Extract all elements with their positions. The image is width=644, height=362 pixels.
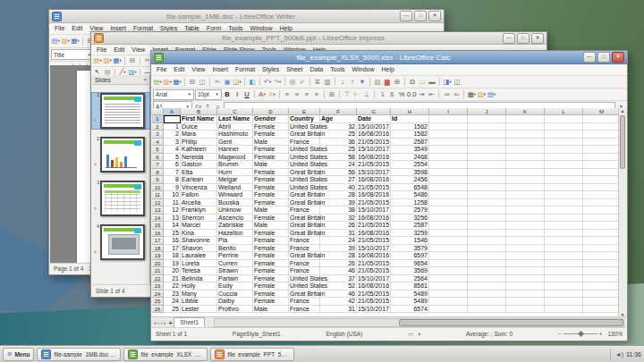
- cell-L22[interactable]: [545, 275, 583, 283]
- cell-M4[interactable]: [583, 139, 618, 147]
- column-header-B[interactable]: B: [181, 108, 217, 115]
- cell-C9[interactable]: Melgar: [217, 176, 253, 184]
- row-header-21[interactable]: 21: [152, 267, 164, 275]
- split-window-icon[interactable]: ◫: [453, 78, 462, 87]
- print-icon[interactable]: ⊟: [128, 56, 137, 65]
- open-icon[interactable]: ▨▾: [61, 37, 70, 46]
- cell-M7[interactable]: [583, 161, 618, 169]
- merge-cells-icon[interactable]: ⊞: [327, 90, 336, 99]
- cell-B13[interactable]: Franklyn: [181, 206, 217, 215]
- cell-E25[interactable]: France: [289, 298, 320, 306]
- cell-G2[interactable]: 15/10/2017: [357, 123, 391, 131]
- cell-M2[interactable]: [583, 123, 618, 131]
- cell-L10[interactable]: [545, 184, 583, 192]
- cell-E11[interactable]: Great Britain: [289, 191, 320, 199]
- cell-M20[interactable]: [583, 260, 618, 268]
- cell-G7[interactable]: 21/05/2015: [357, 161, 391, 169]
- cell-M23[interactable]: [583, 282, 618, 290]
- cell-F20[interactable]: 26: [320, 260, 357, 268]
- cell-A12[interactable]: 11: [164, 199, 181, 207]
- row-header-13[interactable]: 13: [152, 206, 164, 215]
- calc-titlebar[interactable]: file_example_XLSX_5000.xlsx - LibreOffic…: [151, 51, 627, 64]
- cell-G13[interactable]: 15/10/2017: [357, 206, 391, 215]
- task-button-writer[interactable]: file-sample_1MB.doc - ...: [37, 348, 121, 361]
- menu-file[interactable]: File: [153, 64, 170, 75]
- cell-I1[interactable]: [429, 115, 468, 123]
- page-style[interactable]: PageStyle_Sheet1: [233, 331, 281, 337]
- cell-K22[interactable]: [506, 275, 545, 283]
- cell-D10[interactable]: Female: [253, 184, 289, 192]
- cell-K26[interactable]: [506, 306, 545, 314]
- cell-M16[interactable]: [583, 230, 618, 238]
- cell-M8[interactable]: [583, 169, 618, 177]
- cell-A4[interactable]: 3: [164, 139, 181, 147]
- slide-thumbnail-1[interactable]: 1✦: [92, 93, 149, 129]
- comment-icon[interactable]: ▭: [418, 78, 427, 87]
- cell-I9[interactable]: [429, 176, 468, 184]
- cell-A19[interactable]: 18: [164, 252, 181, 260]
- cell-F5[interactable]: 25: [320, 146, 357, 154]
- cell-G9[interactable]: 16/08/2016: [357, 176, 391, 184]
- cell-F9[interactable]: 27: [320, 176, 357, 184]
- cell-E7[interactable]: United States: [289, 161, 320, 169]
- cell-I5[interactable]: [429, 146, 468, 154]
- undo-icon[interactable]: ↶▾: [263, 78, 272, 87]
- cell-C23[interactable]: Eudy: [217, 282, 253, 290]
- selection-mode-icon[interactable]: ▭: [408, 331, 413, 337]
- cell-K18[interactable]: [506, 245, 545, 253]
- cell-H6[interactable]: 2468: [391, 154, 429, 162]
- vertical-scrollbar[interactable]: ▲ ▼: [618, 108, 626, 317]
- cell-L24[interactable]: [545, 290, 583, 299]
- cell-D16[interactable]: Female: [253, 230, 289, 238]
- open-icon[interactable]: ▨▾: [103, 56, 112, 65]
- save-icon[interactable]: ▦▾: [113, 56, 122, 65]
- align-center-icon[interactable]: ≡: [292, 90, 301, 99]
- cell-D3[interactable]: Female: [253, 130, 289, 139]
- cell-H4[interactable]: 2587: [391, 139, 429, 147]
- cell-L19[interactable]: [545, 252, 583, 260]
- cell-A22[interactable]: 21: [164, 275, 181, 283]
- currency-icon[interactable]: $: [387, 90, 396, 99]
- minimize-button[interactable]: —: [583, 52, 596, 63]
- cell-B1[interactable]: First Name: [181, 115, 217, 123]
- cell-H21[interactable]: 3569: [391, 267, 429, 275]
- cell-F11[interactable]: 28: [320, 191, 357, 199]
- cell-style-icon[interactable]: ▤▾: [487, 90, 496, 99]
- cell-E2[interactable]: United States: [289, 123, 320, 131]
- slide-thumbnail-3[interactable]: 3✦: [92, 181, 149, 216]
- cell-C10[interactable]: Weiland: [217, 184, 253, 192]
- menu-file[interactable]: File: [93, 45, 110, 55]
- cell-D24[interactable]: Female: [253, 290, 289, 299]
- insert-chart-icon[interactable]: ▆: [383, 78, 392, 87]
- cell-K11[interactable]: [506, 191, 545, 199]
- cell-J21[interactable]: [468, 267, 506, 275]
- menu-help[interactable]: Help: [377, 64, 397, 75]
- font-size-combo[interactable]: 10pt ▼: [195, 89, 222, 100]
- freeze-panes-icon[interactable]: ◨▾: [443, 78, 452, 87]
- cell-J13[interactable]: [468, 206, 506, 215]
- writer-titlebar[interactable]: file-sample_1MB.doc - LibreOffice Writer…: [49, 10, 444, 23]
- cell-I20[interactable]: [429, 260, 468, 268]
- cell-M6[interactable]: [583, 154, 618, 162]
- cell-I14[interactable]: [429, 215, 468, 223]
- cell-C14[interactable]: Ascencio: [217, 215, 253, 223]
- new-icon[interactable]: ▤▾: [93, 56, 102, 65]
- cell-C26[interactable]: Prothro: [217, 306, 253, 314]
- cell-E20[interactable]: France: [289, 260, 320, 268]
- cell-H7[interactable]: 2554: [391, 161, 429, 169]
- cell-F8[interactable]: 56: [320, 169, 357, 177]
- cell-F26[interactable]: 31: [320, 306, 357, 314]
- cell-E19[interactable]: Great Britain: [289, 252, 320, 260]
- cell-G23[interactable]: 16/08/2016: [357, 282, 391, 290]
- cell-A3[interactable]: 2: [164, 130, 181, 139]
- cell-G12[interactable]: 21/05/2015: [357, 199, 391, 207]
- cell-F15[interactable]: 26: [320, 222, 357, 230]
- cell-L5[interactable]: [545, 146, 583, 154]
- clone-formatting-icon[interactable]: ◧: [248, 78, 257, 87]
- cell-E17[interactable]: France: [289, 237, 320, 245]
- cell-F21[interactable]: 46: [320, 267, 357, 275]
- cell-F16[interactable]: 31: [320, 230, 357, 238]
- cell-A14[interactable]: 13: [164, 215, 181, 223]
- cell-M11[interactable]: [583, 191, 618, 199]
- percent-icon[interactable]: %: [397, 90, 406, 99]
